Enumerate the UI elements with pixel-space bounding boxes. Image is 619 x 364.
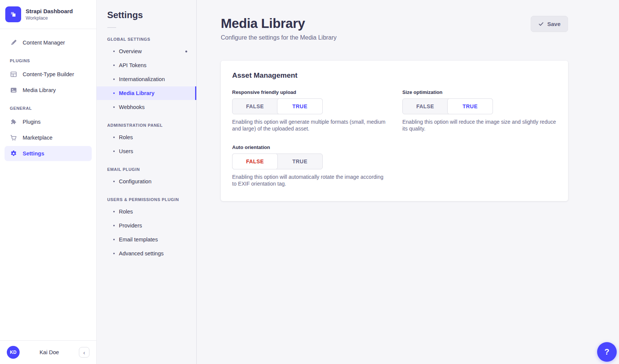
toggle-auto-orientation: FALSETRUE [232, 154, 323, 169]
toggle-false-option[interactable]: FALSE [233, 99, 277, 114]
subnav-title: Settings [97, 10, 196, 20]
bullet-icon [113, 211, 115, 212]
sidebar-section-label-plugins: PLUGINS [10, 58, 86, 63]
strapi-dashboard-app: Strapi Dashboard Workplace Content Manag… [0, 0, 619, 364]
subnav-item-overview[interactable]: Overview [97, 45, 196, 58]
sidebar-item-plugins[interactable]: Plugins [5, 114, 92, 129]
image-icon [10, 86, 17, 94]
subnav-item-roles[interactable]: Roles [97, 131, 196, 144]
bullet-icon [113, 181, 115, 182]
subnav-item-label: API Tokens [119, 62, 146, 68]
subnav-item-label: Internationalization [119, 76, 165, 82]
gear-icon [10, 150, 17, 157]
sidebar-nav: Content ManagerPLUGINSContent-Type Build… [0, 29, 96, 340]
sidebar-item-label: Plugins [23, 119, 41, 125]
toggle-true-option[interactable]: TRUE [277, 98, 323, 114]
bullet-icon [113, 51, 115, 52]
save-button[interactable]: Save [531, 16, 568, 32]
bullet-icon [113, 65, 115, 66]
field-label: Auto orientation [232, 144, 386, 150]
page-subtitle: Configure the settings for the Media Lib… [221, 34, 337, 41]
strapi-logo-icon [5, 6, 21, 22]
field-auto-orientation: Auto orientationFALSETRUEEnabling this o… [232, 144, 386, 187]
chevron-left-icon: ‹ [83, 349, 85, 356]
sidebar-item-label: Content Manager [23, 40, 65, 46]
user-name: Kai Doe [20, 349, 79, 355]
sidebar-item-media-library[interactable]: Media Library [5, 83, 92, 98]
subnav-section-label-global-settings: GLOBAL SETTINGS [107, 37, 186, 41]
main-content: Media Library Configure the settings for… [197, 0, 619, 364]
subnav-item-media-library[interactable]: Media Library [97, 86, 196, 100]
bullet-icon [113, 78, 115, 80]
subnav-item-roles[interactable]: Roles [97, 205, 196, 218]
toggle-responsive-friendly-upload: FALSETRUE [232, 98, 323, 114]
field-description: Enabling this option will reduce the ima… [402, 118, 557, 132]
subnav-item-api-tokens[interactable]: API Tokens [97, 58, 196, 72]
sidebar-item-marketplace[interactable]: Marketplace [5, 130, 92, 145]
subnav-item-internationalization[interactable]: Internationalization [97, 72, 196, 86]
save-button-label: Save [547, 21, 560, 27]
subnav-divider [107, 27, 116, 28]
subnav-item-label: Users [119, 148, 133, 154]
brand-subtitle: Workplace [26, 15, 73, 21]
bullet-icon [113, 225, 115, 226]
sidebar-item-label: Media Library [23, 87, 56, 93]
bullet-icon [113, 137, 115, 138]
subnav-section-label-email-plugin: EMAIL PLUGIN [107, 167, 186, 172]
subnav-item-label: Email templates [119, 237, 158, 243]
question-mark-icon: ? [604, 347, 609, 357]
sidebar-item-content-type-builder[interactable]: Content-Type Builder [5, 67, 92, 82]
toggle-false-option[interactable]: FALSE [403, 99, 448, 114]
subnav-item-providers[interactable]: Providers [97, 219, 196, 232]
bullet-icon [113, 92, 115, 94]
toggle-true-option[interactable]: TRUE [277, 154, 322, 169]
sidebar-item-content-manager[interactable]: Content Manager [5, 35, 92, 50]
subnav-section-label-administration-panel: ADMINISTRATION PANEL [107, 123, 186, 127]
bullet-icon [113, 151, 115, 152]
check-icon [538, 21, 544, 27]
subnav-item-label: Webhooks [119, 104, 145, 110]
field-description: Enabling this option will automatically … [232, 174, 386, 187]
subnav-item-advanced-settings[interactable]: Advanced settings [97, 247, 196, 260]
toggle-false-option[interactable]: FALSE [232, 154, 278, 169]
puzzle-icon [10, 118, 17, 126]
page-title: Media Library [221, 16, 337, 31]
bullet-icon [113, 253, 115, 254]
page-header: Media Library Configure the settings for… [221, 0, 568, 41]
sidebar-item-label: Settings [23, 151, 44, 157]
subnav-item-users[interactable]: Users [97, 144, 196, 158]
bullet-icon [113, 239, 115, 240]
subnav-item-configuration[interactable]: Configuration [97, 175, 196, 188]
cart-icon [10, 134, 17, 141]
subnav-item-label: Overview [119, 48, 142, 54]
subnav-item-label: Configuration [119, 178, 151, 184]
sidebar-item-label: Marketplace [23, 135, 52, 141]
subnav-item-label: Advanced settings [119, 250, 164, 256]
subnav-item-webhooks[interactable]: Webhooks [97, 100, 196, 114]
bullet-icon [113, 106, 115, 108]
subnav-item-email-templates[interactable]: Email templates [97, 233, 196, 246]
main-sidebar: Strapi Dashboard Workplace Content Manag… [0, 0, 97, 364]
sidebar-item-settings[interactable]: Settings [5, 146, 92, 161]
brand-header[interactable]: Strapi Dashboard Workplace [0, 0, 96, 29]
layout-icon [10, 71, 17, 78]
sidebar-item-label: Content-Type Builder [23, 71, 74, 77]
card-title: Asset Management [232, 71, 557, 80]
user-avatar[interactable]: KD [7, 346, 20, 359]
settings-subnav: Settings GLOBAL SETTINGSOverviewAPI Toke… [97, 0, 197, 364]
field-responsive-friendly-upload: Responsive friendly uploadFALSETRUEEnabl… [232, 89, 386, 132]
field-size-optimization: Size optimizationFALSETRUEEnabling this … [402, 89, 557, 132]
subnav-section-label-users-permissions-plugin: USERS & PERMISSIONS PLUGIN [107, 197, 186, 202]
toggle-true-option[interactable]: TRUE [447, 98, 493, 114]
brand-title: Strapi Dashboard [26, 8, 73, 15]
sidebar-section-label-general: GENERAL [10, 106, 86, 111]
field-label: Responsive friendly upload [232, 89, 386, 95]
help-button[interactable]: ? [597, 342, 617, 362]
pen-icon [10, 39, 17, 46]
brand-text: Strapi Dashboard Workplace [26, 8, 73, 21]
collapse-sidebar-button[interactable]: ‹ [79, 347, 89, 358]
field-label: Size optimization [402, 89, 557, 95]
subnav-item-label: Media Library [119, 90, 154, 96]
asset-management-card: Asset Management Responsive friendly upl… [221, 61, 568, 201]
subnav-item-label: Roles [119, 209, 133, 215]
